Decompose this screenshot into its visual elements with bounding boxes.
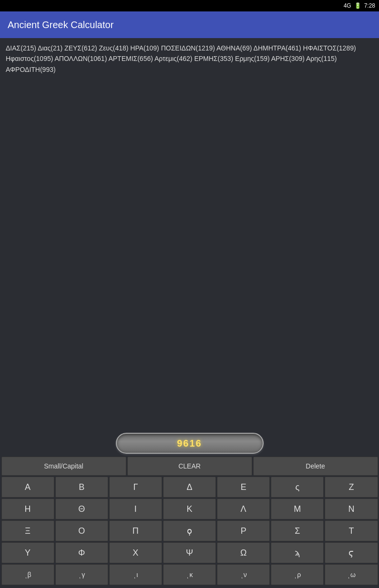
small-capital-button[interactable]: Small/Capital xyxy=(1,457,126,476)
status-bar: 4G 🔋 7:28 xyxy=(0,0,379,11)
display-value: 9616 xyxy=(177,438,202,449)
key-sub-rho[interactable]: ͺρ xyxy=(271,564,324,585)
key-mu[interactable]: Μ xyxy=(271,498,324,519)
key-stigma[interactable]: ς xyxy=(271,477,324,498)
key-epsilon[interactable]: Ε xyxy=(217,477,270,498)
battery-icon: 🔋 xyxy=(354,2,361,9)
key-psi[interactable]: Ψ xyxy=(163,542,216,563)
extra-key-row: ͺβ ͺγ ͺι ͺκ ͺν ͺρ ͺω xyxy=(1,564,378,585)
key-theta[interactable]: Θ xyxy=(55,498,108,519)
key-gamma[interactable]: Γ xyxy=(109,477,162,498)
key-lambda[interactable]: Λ xyxy=(217,498,270,519)
delete-button[interactable]: Delete xyxy=(253,457,378,476)
app-title: Ancient Greek Calculator xyxy=(8,20,113,30)
key-sub-iota[interactable]: ͺι xyxy=(109,564,162,585)
clear-button[interactable]: CLEAR xyxy=(127,457,252,476)
key-eta[interactable]: Η xyxy=(1,498,54,519)
key-phi[interactable]: Φ xyxy=(55,542,108,563)
key-nu[interactable]: Ν xyxy=(325,498,378,519)
key-sub-beta[interactable]: ͺβ xyxy=(1,564,54,585)
key-sub-omega[interactable]: ͺω xyxy=(325,564,378,585)
key-sub-gamma[interactable]: ͺγ xyxy=(55,564,108,585)
key-sampi[interactable]: ϡ xyxy=(271,542,324,563)
signal-indicator: 4G xyxy=(344,2,351,9)
key-beta[interactable]: Β xyxy=(55,477,108,498)
key-iota[interactable]: Ι xyxy=(109,498,162,519)
display-screen: 9616 xyxy=(116,433,264,454)
app-header: Ancient Greek Calculator xyxy=(0,11,379,38)
display-container: 9616 xyxy=(116,433,264,454)
key-xi[interactable]: Ξ xyxy=(1,520,54,541)
key-omicron[interactable]: Ο xyxy=(55,520,108,541)
key-delta[interactable]: Δ xyxy=(163,477,216,498)
key-kappa[interactable]: Κ xyxy=(163,498,216,519)
key-chi[interactable]: Χ xyxy=(109,542,162,563)
greek-keyboard: Α Β Γ Δ Ε ς Ζ Η Θ Ι Κ Λ Μ Ν Ξ Ο Π ϙ Ρ Σ … xyxy=(1,477,378,563)
key-digamma[interactable]: ϛ xyxy=(325,542,378,563)
content-area: ΔΙΑΣ(215) Διας(21) ΖΕΥΣ(612) Ζευς(418) Η… xyxy=(0,38,379,431)
key-alpha[interactable]: Α xyxy=(1,477,54,498)
time-display: 7:28 xyxy=(364,2,375,9)
key-sub-nu[interactable]: ͺν xyxy=(217,564,270,585)
key-tau[interactable]: Τ xyxy=(325,520,378,541)
key-rho[interactable]: Ρ xyxy=(217,520,270,541)
key-zeta[interactable]: Ζ xyxy=(325,477,378,498)
key-sub-kappa[interactable]: ͺκ xyxy=(163,564,216,585)
greek-words-text: ΔΙΑΣ(215) Διας(21) ΖΕΥΣ(612) Ζευς(418) Η… xyxy=(6,44,356,73)
key-sigma[interactable]: Σ xyxy=(271,520,324,541)
calculator-panel: 9616 Small/Capital CLEAR Delete Α Β Γ Δ … xyxy=(0,431,379,588)
key-upsilon[interactable]: Υ xyxy=(1,542,54,563)
control-row: Small/Capital CLEAR Delete xyxy=(1,457,378,476)
key-koppa[interactable]: ϙ xyxy=(163,520,216,541)
key-omega[interactable]: Ω xyxy=(217,542,270,563)
key-pi[interactable]: Π xyxy=(109,520,162,541)
